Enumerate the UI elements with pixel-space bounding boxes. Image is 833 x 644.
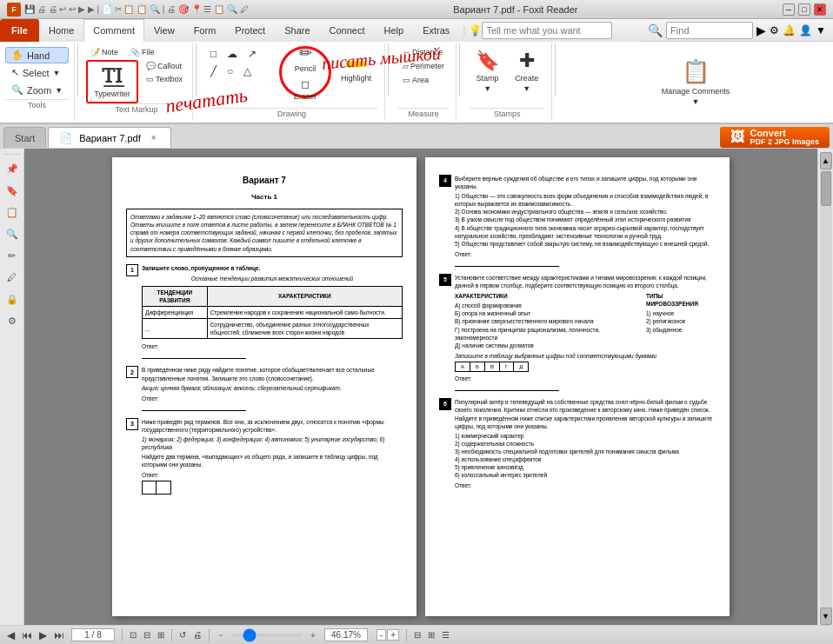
shape-cloud-btn[interactable]: ☁ [223, 46, 242, 62]
user-icon[interactable]: 👤 [799, 24, 812, 37]
q5-answer: Ответ: [455, 375, 716, 382]
menu-extras[interactable]: Extras [413, 19, 459, 42]
settings-icon[interactable]: ⚙ [770, 24, 779, 37]
menu-home[interactable]: Home [39, 19, 83, 42]
notifications-icon[interactable]: 🔔 [783, 24, 796, 37]
menu-share[interactable]: Share [275, 19, 319, 42]
shape-poly-btn[interactable]: △ [239, 63, 256, 79]
stamp-button[interactable]: 🔖 Stamp ▼ [470, 46, 505, 96]
callout-button[interactable]: 💬 Callout [142, 60, 187, 72]
sidebar-divider [3, 154, 21, 155]
print-icon[interactable]: 🖨 [193, 630, 202, 640]
maximize-button[interactable]: □ [798, 3, 810, 16]
fit-width-icon[interactable]: ⊟ [143, 630, 150, 640]
shape-buttons: □ ☁ ↗ ╱ ○ △ [206, 46, 276, 79]
page-indicator[interactable]: 1 / 8 [71, 628, 115, 641]
hand-tool-button[interactable]: ✋ Hand [5, 47, 69, 63]
typewriter-button[interactable]: T̲I̲ Typewriter [86, 60, 138, 103]
select-dropdown-icon: ▼ [53, 69, 61, 77]
area-button[interactable]: ▭ Area [398, 74, 449, 86]
highlight-button[interactable]: ▬ Highlight [335, 46, 377, 86]
q1-answer-line [142, 352, 246, 359]
q5-answer-label: Запишите в таблицу выбранные цифры под с… [455, 352, 716, 360]
sidebar-btn-6[interactable]: 🖊 [3, 268, 22, 287]
menu-file[interactable]: File [0, 19, 39, 42]
fit-page-icon[interactable]: ⊡ [130, 630, 137, 640]
sidebar-btn-7[interactable]: 🔒 [3, 289, 22, 309]
scroll-down-button[interactable]: ▼ [820, 607, 832, 625]
eraser-icon: ◻ [301, 78, 310, 90]
zoom-in-button[interactable]: ＋ [309, 629, 317, 641]
menu-protect[interactable]: Protect [225, 19, 275, 42]
menu-form[interactable]: Form [184, 19, 226, 42]
tab-document-label: Вариант 7.pdf [79, 133, 140, 143]
rotate-icon[interactable]: ↺ [179, 630, 186, 640]
page-next-button[interactable]: ▶ [39, 629, 47, 641]
perimeter-button[interactable]: ▱ Perimeter [398, 60, 449, 72]
pencil-icon: ✏ [299, 43, 312, 63]
menu-connect[interactable]: Connect [320, 19, 375, 42]
textbox-icon: ▭ [146, 75, 154, 83]
note-icon: 📝 [90, 48, 100, 56]
zoom-level[interactable]: 46.17% [324, 628, 368, 641]
scroll-thumb[interactable] [821, 171, 831, 206]
tell-me-input[interactable] [482, 22, 612, 39]
q5-item-b: Б) опора на жизненный опыт [455, 309, 639, 317]
q5-col1-label: ХАРАКТЕРИСТИКИ [455, 292, 639, 300]
zoom-tool-button[interactable]: 🔍 Zoom ▼ [5, 82, 69, 98]
menu-view[interactable]: View [144, 19, 184, 42]
sidebar-btn-1[interactable]: 📌 [3, 159, 22, 178]
hand-icon: ✋ [11, 50, 23, 61]
convert-pdf-button[interactable]: 🖼 Convert PDF 2 JPG Images [720, 127, 830, 148]
eraser-button[interactable]: ◻ Eraser [290, 76, 322, 103]
zoom-step-up[interactable]: + [387, 629, 399, 641]
zoom-slider[interactable] [232, 634, 302, 637]
sidebar-btn-8[interactable]: ⚙ [3, 311, 22, 330]
menu-comment[interactable]: Comment [83, 19, 144, 42]
select-tool-button[interactable]: ↖ Select ▼ [5, 64, 69, 81]
menu-expand-icon[interactable]: ▼ [816, 24, 826, 37]
shape-rect-btn[interactable]: □ [206, 46, 221, 62]
minimize-button[interactable]: ─ [783, 3, 795, 16]
question-5: 5 Установите соответствие между характер… [439, 274, 716, 391]
continuous-view[interactable]: ☰ [442, 630, 450, 640]
q6-number: 6 [439, 398, 451, 410]
note-button[interactable]: 📝 Note [86, 46, 123, 58]
tab-close-button[interactable]: × [148, 132, 160, 144]
q2-text: В приведённом ниже ряду найдите понятие,… [142, 366, 403, 382]
tab-start[interactable]: Start [3, 127, 46, 148]
pdf-viewer[interactable]: Вариант 7 Часть 1 Ответами к заданиям 1–… [24, 149, 817, 625]
sidebar-btn-3[interactable]: 📋 [3, 202, 22, 222]
shape-arrow-btn[interactable]: ↗ [243, 46, 261, 62]
find-go-icon[interactable]: ▶ [756, 23, 766, 37]
scroll-up-button[interactable]: ▲ [820, 152, 832, 169]
two-page-view[interactable]: ⊞ [428, 630, 435, 640]
page-prev-button[interactable]: ◀ [7, 629, 15, 641]
sidebar-btn-2[interactable]: 🔖 [3, 181, 22, 200]
textbox-button[interactable]: ▭ Textbox [142, 73, 187, 85]
manage-comments-button[interactable]: 📋 Manage Comments ▼ [656, 55, 736, 110]
create-button[interactable]: ✚ Create ▼ [509, 46, 544, 96]
zoom-icon: 🔍 [11, 84, 23, 96]
shape-circle-btn[interactable]: ○ [223, 63, 237, 79]
window-controls[interactable]: ─ □ ✕ [783, 3, 826, 16]
menu-help[interactable]: Help [375, 19, 414, 42]
pencil-button[interactable]: ✏ Pencil [290, 42, 321, 75]
sidebar-btn-5[interactable]: ✏ [3, 246, 22, 265]
find-input[interactable] [666, 22, 753, 39]
distance-button[interactable]: ↔ Distance [398, 46, 449, 58]
single-page-view[interactable]: ⊟ [414, 630, 421, 640]
page-last-button[interactable]: ⏭ [54, 629, 64, 641]
manage-comments-group: 📋 Manage Comments ▼ [558, 43, 833, 121]
zoom-step-down[interactable]: - [377, 629, 386, 641]
shape-line-btn[interactable]: ╱ [206, 63, 221, 79]
close-button[interactable]: ✕ [814, 3, 826, 16]
zoom-out-button[interactable]: － [217, 629, 225, 641]
page-first-button[interactable]: ⏮ [22, 629, 32, 641]
zoom-dropdown-icon: ▼ [55, 86, 63, 95]
file-button[interactable]: 📎 File [126, 46, 159, 58]
sidebar-btn-4[interactable]: 🔍 [3, 224, 22, 243]
actual-size-icon[interactable]: ⊞ [157, 630, 164, 640]
qa-toolbar: 💾 🖨 🖨 ↩ ↩ ▶ ▶ | 📄 ✂ 📋 📋 🔍 | 🖨 🎯 📍 ☰ 📋 🔍 … [24, 4, 249, 14]
tab-document[interactable]: 📄 Вариант 7.pdf × [48, 127, 170, 148]
